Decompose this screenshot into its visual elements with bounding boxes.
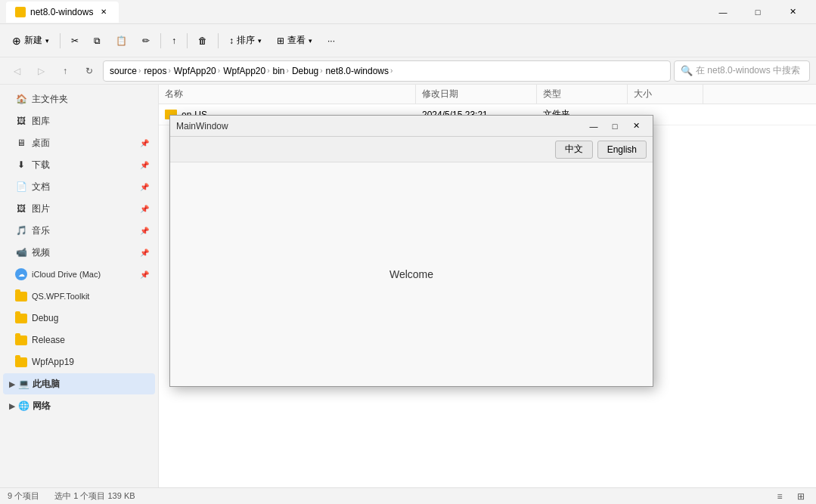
sidebar: 🏠 主文件夹 🖼 图库 🖥 桌面 📌 ⬇ 下载 📌 📄 文档 📌 — [0, 85, 159, 487]
search-box[interactable]: 🔍 在 net8.0-windows 中搜索 — [674, 60, 810, 82]
wpf-maximize-button[interactable]: □ — [604, 119, 625, 134]
network-expand-icon: ▶ — [9, 402, 15, 410]
pin-icon-pictures: 📌 — [140, 205, 149, 213]
tab-item[interactable]: net8.0-windows ✕ — [6, 2, 119, 23]
list-view-button[interactable]: ≡ — [772, 490, 787, 502]
path-sep-2: › — [168, 66, 170, 75]
path-label-2: repos — [144, 66, 166, 76]
path-label-6: Debug — [292, 66, 318, 76]
toolbar-separator-3 — [187, 33, 188, 48]
title-bar-left: net8.0-windows ✕ — [6, 2, 706, 23]
wpf-body: 中文 English Welcome — [170, 137, 653, 386]
header-size-label: 大小 — [634, 88, 652, 100]
path-sep-4: › — [267, 66, 269, 75]
path-sep-5: › — [287, 66, 289, 75]
status-right: ≡ ⊞ — [772, 490, 808, 502]
sidebar-item-icloud[interactable]: ☁ iCloud Drive (Mac) 📌 — [3, 264, 155, 285]
tab-label: net8.0-windows — [30, 7, 93, 17]
new-icon: ⊕ — [12, 35, 21, 47]
debug-folder-icon — [15, 314, 27, 323]
qs-wpf-label: QS.WPF.Toolkit — [32, 292, 89, 301]
item-count: 9 个项目 — [8, 490, 39, 502]
pin-icon-videos: 📌 — [140, 249, 149, 257]
pin-icon-desktop: 📌 — [140, 139, 149, 147]
more-button[interactable]: ··· — [321, 29, 341, 53]
grid-view-button[interactable]: ⊞ — [793, 490, 808, 502]
delete-button[interactable]: 🗑 — [192, 29, 213, 53]
downloads-icon: ⬇ — [15, 159, 27, 171]
wpf-close-button[interactable]: ✕ — [625, 119, 647, 134]
toolbar: ⊕ 新建 ▾ ✂ ⧉ 📋 ✏ ↑ 🗑 ↕ 排序 ▾ — [0, 24, 816, 57]
sidebar-network[interactable]: ▶ 🌐 网络 — [3, 395, 155, 416]
tab-close-button[interactable]: ✕ — [98, 6, 110, 18]
sidebar-item-desktop[interactable]: 🖥 桌面 📌 — [3, 132, 155, 153]
this-pc-label: 此电脑 — [33, 378, 60, 391]
header-name-label: 名称 — [165, 88, 183, 100]
path-segment-5: bin › — [273, 66, 289, 76]
gallery-label: 图库 — [32, 115, 50, 128]
debug-label: Debug — [32, 313, 58, 323]
view-icon: ⊞ — [277, 36, 284, 46]
home-label: 主文件夹 — [32, 93, 68, 106]
title-bar-controls: — □ ✕ — [706, 0, 810, 24]
up-button[interactable]: ↑ — [54, 60, 76, 82]
search-icon: 🔍 — [681, 65, 693, 76]
path-segment-4: WpfApp20 › — [223, 66, 269, 76]
header-size[interactable]: 大小 — [628, 85, 703, 104]
wpf-minimize-button[interactable]: — — [583, 119, 604, 134]
rename-button[interactable]: ✏ — [136, 29, 156, 53]
sidebar-item-music[interactable]: 🎵 音乐 📌 — [3, 220, 155, 241]
sidebar-item-qs-wpf[interactable]: QS.WPF.Toolkit — [3, 286, 155, 307]
sort-icon: ↕ — [229, 36, 234, 46]
header-type[interactable]: 类型 — [537, 85, 628, 104]
sidebar-item-debug[interactable]: Debug — [3, 308, 155, 329]
network-label: 网络 — [33, 400, 51, 413]
release-folder-icon — [15, 335, 27, 345]
videos-label: 视频 — [32, 246, 50, 259]
release-label: Release — [32, 335, 65, 345]
paste-button[interactable]: 📋 — [110, 29, 133, 53]
sidebar-item-gallery[interactable]: 🖼 图库 — [3, 110, 155, 131]
header-name[interactable]: 名称 — [159, 85, 416, 104]
sidebar-item-downloads[interactable]: ⬇ 下载 📌 — [3, 154, 155, 175]
title-bar: net8.0-windows ✕ — □ ✕ — [0, 0, 816, 24]
sidebar-item-documents[interactable]: 📄 文档 📌 — [3, 176, 155, 197]
back-button[interactable]: ◁ — [6, 60, 27, 82]
videos-icon: 📹 — [15, 246, 27, 258]
toolbar-separator-1 — [60, 33, 61, 48]
pin-icon-documents: 📌 — [140, 183, 149, 191]
copy-button[interactable]: ⧉ — [88, 29, 107, 53]
header-date[interactable]: 修改日期 — [416, 85, 537, 104]
lang-zh-button[interactable]: 中文 — [555, 141, 593, 159]
pictures-label: 图片 — [32, 203, 50, 215]
sidebar-item-wpfapp19[interactable]: WpfApp19 — [3, 351, 155, 373]
share-button[interactable]: ↑ — [166, 29, 182, 53]
path-segment-3: WpfApp20 › — [174, 66, 220, 76]
sidebar-item-home[interactable]: 🏠 主文件夹 — [3, 88, 155, 110]
pin-icon-icloud: 📌 — [140, 271, 149, 279]
minimize-button[interactable]: — — [706, 0, 740, 24]
sort-label: 排序 — [237, 34, 255, 47]
path-segment-2: repos › — [144, 66, 170, 76]
selected-info: 选中 1 个项目 139 KB — [54, 490, 135, 502]
view-button[interactable]: ⊞ 查看 ▾ — [271, 29, 318, 53]
new-button[interactable]: ⊕ 新建 ▾ — [6, 29, 55, 53]
close-button[interactable]: ✕ — [775, 0, 810, 24]
sidebar-this-pc[interactable]: ▶ 💻 此电脑 — [3, 373, 155, 394]
sidebar-item-pictures[interactable]: 🖼 图片 📌 — [3, 198, 155, 219]
sort-button[interactable]: ↕ 排序 ▾ — [223, 29, 268, 53]
address-path[interactable]: source › repos › WpfApp20 › WpfApp20 › b… — [103, 60, 671, 82]
lang-en-button[interactable]: English — [597, 141, 647, 159]
maximize-button[interactable]: □ — [740, 0, 775, 24]
forward-button[interactable]: ▷ — [30, 60, 51, 82]
sidebar-item-videos[interactable]: 📹 视频 📌 — [3, 242, 155, 263]
cut-button[interactable]: ✂ — [65, 29, 85, 53]
music-label: 音乐 — [32, 224, 50, 237]
this-pc-icon: 💻 — [18, 379, 29, 389]
path-sep-7: › — [390, 66, 392, 75]
sidebar-item-release[interactable]: Release — [3, 329, 155, 351]
path-sep-1: › — [138, 66, 141, 75]
refresh-button[interactable]: ↻ — [79, 60, 100, 82]
documents-label: 文档 — [32, 181, 50, 193]
qs-wpf-folder-icon — [15, 292, 27, 301]
